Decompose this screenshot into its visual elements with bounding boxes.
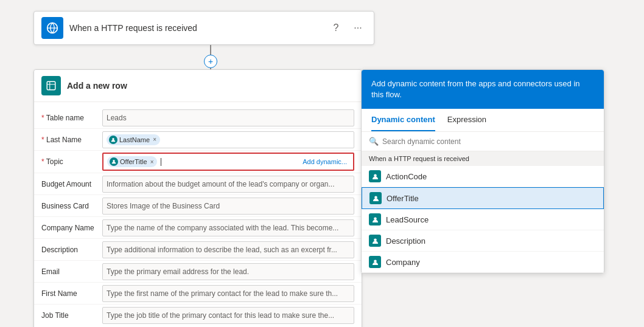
panel-tabs: Dynamic content Expression (362, 109, 604, 132)
field-label-business-card: Business Card (41, 202, 102, 210)
field-row-budget: Budget Amount Information about the budg… (34, 173, 362, 195)
search-icon: 🔍 (369, 137, 379, 146)
field-value-budget[interactable]: Information about the budget amount of t… (102, 176, 354, 193)
search-input[interactable] (382, 137, 597, 146)
svg-point-8 (374, 260, 377, 263)
dynamic-item-offertitle[interactable]: OfferTitle (362, 187, 604, 209)
field-label-email: Email (41, 267, 102, 276)
offertitle-icon (369, 192, 382, 204)
card-header: Add a new row (34, 70, 362, 102)
add-step-button[interactable]: + (204, 55, 217, 68)
actioncode-label: ActionCode (386, 172, 427, 181)
tag-offertitle-close[interactable]: × (150, 159, 154, 165)
svg-point-3 (113, 160, 114, 162)
company-label: Company (386, 258, 420, 267)
company-icon (369, 256, 381, 268)
svg-point-7 (374, 238, 377, 241)
cursor (161, 158, 161, 166)
add-row-card: Add a new row Table name Leads Last Name (33, 69, 362, 327)
business-card-value: Stores Image of the Business Card (107, 202, 220, 210)
field-value-business-card[interactable]: Stores Image of the Business Card (102, 198, 354, 215)
http-trigger-card: When a HTTP request is received ? ··· (33, 11, 374, 45)
dynamic-item-company[interactable]: Company (362, 252, 604, 273)
trigger-more-button[interactable]: ··· (349, 19, 366, 36)
svg-point-6 (374, 217, 377, 220)
leadsource-label: LeadSource (386, 215, 429, 224)
tag-lastname-label: LastName (119, 136, 150, 143)
field-row-first-name: First Name Type the first name of the pr… (34, 283, 362, 305)
trigger-help-button[interactable]: ? (327, 19, 345, 36)
email-value: Type the primary email address for the l… (107, 267, 249, 276)
field-row-business-card: Business Card Stores Image of the Busine… (34, 195, 362, 217)
field-label-description: Description (41, 246, 102, 254)
field-label-table-name: Table name (41, 114, 102, 122)
trigger-title: When a HTTP request is received (69, 23, 327, 33)
field-row-last-name: Last Name LastName × (34, 129, 362, 151)
first-name-value: Type the first name of the primary conta… (107, 289, 338, 298)
tag-offertitle-label: OfferTitle (120, 158, 147, 165)
field-row-table-name: Table name Leads (34, 107, 362, 129)
field-value-job-title[interactable]: Type the job title of the primary contac… (102, 307, 354, 324)
job-title-value: Type the job title of the primary contac… (107, 311, 334, 320)
svg-point-2 (112, 138, 114, 140)
svg-point-5 (374, 196, 377, 199)
card-icon (41, 76, 61, 95)
field-label-budget: Budget Amount (41, 180, 102, 188)
field-label-topic: Topic (41, 157, 102, 166)
field-label-job-title: Job Title (41, 311, 102, 320)
offertitle-label: OfferTitle (387, 194, 419, 203)
dynamic-content-panel: Add dynamic content from the apps and co… (361, 69, 604, 274)
field-row-topic: Topic OfferTitle × Add dynamic... (34, 151, 362, 173)
field-value-table-name[interactable]: Leads (102, 109, 354, 126)
actioncode-icon (369, 170, 381, 182)
field-value-description[interactable]: Type additional information to describe … (102, 241, 354, 258)
tag-offertitle: OfferTitle × (107, 156, 157, 167)
section-label: When a HTTP request is received (362, 151, 604, 166)
svg-point-4 (374, 174, 377, 177)
tag-lastname-close[interactable]: × (153, 136, 156, 143)
description-value: Type additional information to describe … (107, 246, 337, 254)
budget-value: Information about the budget amount of t… (107, 180, 335, 188)
dynamic-item-actioncode[interactable]: ActionCode (362, 166, 604, 187)
dynamic-item-leadsource[interactable]: LeadSource (362, 209, 604, 230)
search-area: 🔍 (362, 132, 604, 151)
field-value-first-name[interactable]: Type the first name of the primary conta… (102, 285, 354, 302)
form-body: Table name Leads Last Name LastName × (34, 102, 362, 327)
panel-header: Add dynamic content from the apps and co… (362, 70, 604, 109)
panel-header-text: Add dynamic content from the apps and co… (371, 78, 594, 100)
add-dynamic-link[interactable]: Add dynamic... (303, 158, 349, 165)
leadsource-icon (369, 213, 381, 225)
field-row-job-title: Job Title Type the job title of the prim… (34, 305, 362, 326)
field-value-email[interactable]: Type the primary email address for the l… (102, 263, 354, 280)
field-row-company: Company Name Type the name of the compan… (34, 217, 362, 239)
tag-lastname: LastName × (107, 134, 160, 145)
field-label-company: Company Name (41, 224, 102, 232)
dynamic-item-description[interactable]: Description (362, 230, 604, 252)
tag-offertitle-icon (110, 157, 118, 166)
field-value-last-name[interactable]: LastName × (102, 131, 354, 148)
field-row-description: Description Type additional information … (34, 239, 362, 261)
field-row-email: Email Type the primary email address for… (34, 261, 362, 283)
table-name-value: Leads (107, 114, 127, 122)
description-icon (369, 235, 381, 247)
field-value-company[interactable]: Type the name of the company associated … (102, 219, 354, 236)
card-title: Add a new row (67, 81, 127, 91)
tab-expression[interactable]: Expression (447, 109, 486, 131)
tab-dynamic-content[interactable]: Dynamic content (371, 109, 435, 131)
field-label-first-name: First Name (41, 289, 102, 298)
field-label-last-name: Last Name (41, 136, 102, 144)
tag-lastname-icon (109, 136, 117, 144)
connector-line-top (210, 45, 211, 55)
field-value-topic[interactable]: OfferTitle × Add dynamic... (102, 153, 354, 171)
svg-rect-1 (47, 81, 55, 90)
trigger-icon (41, 17, 63, 39)
description-label: Description (386, 236, 425, 246)
company-value: Type the name of the company associated … (107, 224, 338, 232)
